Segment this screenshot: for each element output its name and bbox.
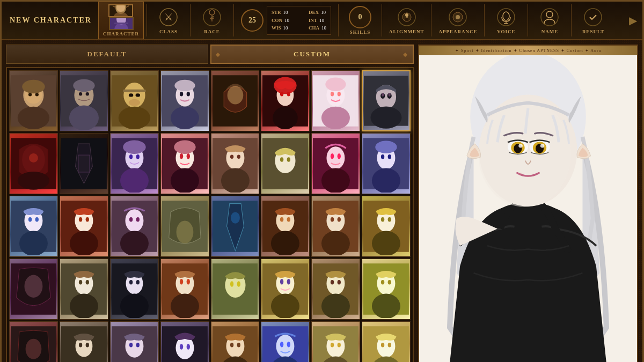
nav-sep-5 [382, 4, 382, 36]
portrait-cell-37[interactable] [211, 321, 260, 362]
portrait-cell-11[interactable] [110, 133, 159, 194]
portrait-cell-15[interactable] [311, 133, 360, 194]
nav-item-character[interactable]: CHARACTER [98, 2, 144, 39]
svg-point-215 [338, 343, 341, 347]
svg-point-191 [79, 343, 82, 347]
portrait-cell-36[interactable] [160, 321, 209, 362]
nav-item-skills[interactable]: 0 SKILLS [341, 2, 379, 39]
svg-point-64 [287, 92, 290, 96]
svg-point-89 [129, 154, 133, 159]
name-icon [539, 6, 560, 28]
portrait-cell-1[interactable] [9, 70, 58, 131]
portrait-cell-7[interactable] [311, 70, 360, 131]
portrait-cell-31[interactable] [311, 258, 360, 320]
portrait-cell-8[interactable] [362, 70, 411, 131]
svg-point-116 [388, 154, 391, 159]
svg-point-162 [136, 280, 139, 284]
svg-point-126 [85, 217, 89, 221]
svg-point-140 [287, 217, 290, 221]
nav-item-voice[interactable]: VOICE [487, 2, 525, 39]
svg-point-129 [120, 231, 149, 256]
voice-icon [495, 6, 517, 28]
portrait-cell-20[interactable] [160, 196, 209, 257]
nav-sep-3 [233, 4, 234, 36]
svg-point-95 [180, 153, 183, 159]
nav-item-ability[interactable]: 25 STR 10 CON 10 WIS 10 [237, 2, 335, 39]
portrait-cell-23[interactable] [311, 196, 360, 257]
svg-point-143 [321, 231, 350, 256]
portrait-cell-24[interactable] [362, 196, 411, 257]
portrait-cell-12[interactable] [160, 133, 209, 194]
nav-sep-1 [147, 4, 147, 36]
svg-point-70 [331, 92, 334, 96]
svg-point-59 [227, 86, 243, 104]
svg-point-144 [331, 217, 334, 221]
svg-point-41 [73, 79, 94, 92]
portrait-cell-9[interactable] [9, 133, 58, 194]
character-preview [419, 55, 637, 362]
portrait-cell-35[interactable] [110, 321, 159, 362]
alignment-icon [396, 6, 418, 28]
svg-point-139 [280, 217, 283, 221]
race-icon: ♂ [201, 6, 223, 28]
portrait-cell-3[interactable] [110, 70, 159, 131]
tab-custom[interactable]: CUSTOM [210, 45, 414, 64]
portrait-cell-27[interactable] [110, 258, 159, 320]
nav-right-arrow[interactable]: ▶ [626, 14, 640, 27]
portrait-cell-25[interactable] [9, 258, 58, 320]
portrait-cell-34[interactable] [60, 321, 108, 362]
nav-item-name[interactable]: NAME [531, 2, 568, 39]
portrait-cell-38[interactable] [261, 321, 310, 362]
portrait-cell-29[interactable] [211, 258, 260, 320]
svg-point-181 [338, 280, 341, 284]
nav-sep-9 [571, 4, 572, 36]
class-icon: ⚔ [158, 6, 179, 28]
portrait-cell-18[interactable] [60, 196, 108, 257]
tab-row: DEFAULT CUSTOM [6, 45, 414, 64]
portrait-cell-30[interactable] [261, 258, 310, 320]
new-character-title: New Character [4, 16, 97, 25]
portrait-cell-22[interactable] [261, 196, 310, 257]
nav-item-class[interactable]: ⚔ CLASS [150, 2, 187, 39]
portrait-cell-28[interactable] [160, 258, 209, 320]
svg-point-96 [186, 153, 189, 159]
portrait-cell-17[interactable] [9, 196, 58, 257]
svg-point-225 [478, 101, 571, 207]
svg-point-87 [120, 168, 149, 193]
svg-point-108 [321, 168, 350, 193]
svg-point-185 [381, 280, 384, 284]
svg-point-204 [230, 343, 233, 347]
character-portrait-ghost [109, 17, 134, 30]
svg-point-233 [540, 144, 545, 148]
top-nav: New Character [2, 2, 642, 40]
nav-item-appearance[interactable]: APPEARANCE [434, 2, 481, 39]
svg-point-125 [79, 217, 82, 221]
portrait-cell-16[interactable] [362, 133, 411, 194]
portrait-cell-14[interactable] [261, 133, 310, 194]
nav-item-race[interactable]: ♂ RACE [193, 2, 231, 39]
appearance-icon [447, 6, 469, 28]
portrait-cell-33[interactable] [9, 321, 58, 362]
portrait-cell-32[interactable] [362, 258, 411, 320]
svg-point-152 [24, 275, 42, 298]
portrait-cell-5[interactable] [211, 70, 260, 131]
nav-label-voice: VOICE [497, 29, 515, 34]
portrait-cell-10[interactable] [60, 133, 108, 194]
portrait-cell-19[interactable] [110, 196, 159, 257]
portrait-cell-4[interactable] [160, 70, 209, 131]
svg-point-37 [35, 93, 39, 96]
portrait-cell-26[interactable] [60, 258, 108, 320]
ability-scores-box: STR 10 CON 10 WIS 10 [267, 6, 331, 34]
svg-point-42 [79, 92, 82, 95]
nav-item-alignment[interactable]: ALIGNMENT [385, 2, 429, 39]
svg-point-148 [372, 231, 400, 256]
portrait-cell-6[interactable] [261, 70, 310, 131]
result-icon [582, 6, 604, 28]
portrait-cell-40[interactable] [362, 321, 411, 362]
portrait-cell-13[interactable] [211, 133, 260, 194]
portrait-cell-2[interactable] [60, 70, 108, 131]
portrait-cell-39[interactable] [311, 321, 360, 362]
portrait-cell-21[interactable] [211, 196, 260, 257]
nav-item-result[interactable]: RESULT [574, 2, 612, 39]
tab-default[interactable]: DEFAULT [6, 45, 208, 64]
